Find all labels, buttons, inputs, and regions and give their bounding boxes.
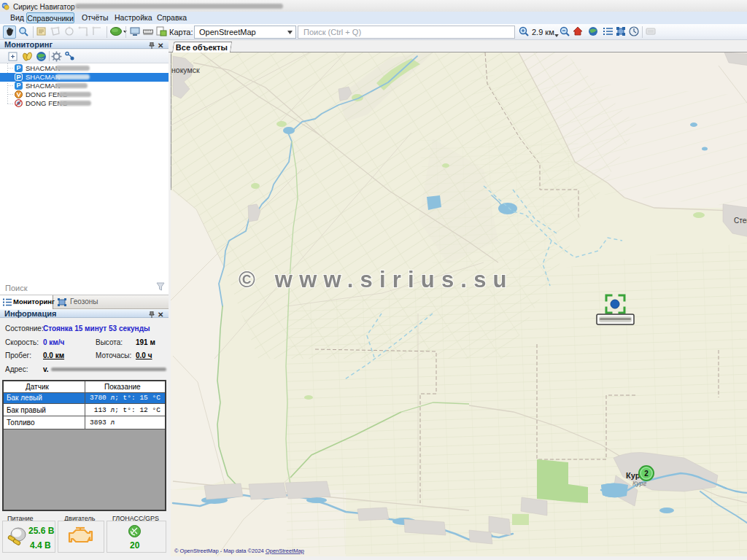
svg-text:Кур: Кур bbox=[626, 471, 640, 480]
svg-text:2: 2 bbox=[644, 470, 649, 478]
svg-text:Степ: Степ bbox=[734, 217, 747, 225]
svg-text:© OpenStreetMap - Map data ©20: © OpenStreetMap - Map data ©2024 OpenStr… bbox=[174, 548, 304, 554]
svg-text:нокумск: нокумск bbox=[171, 66, 200, 74]
svg-text:© www.sirius.su: © www.sirius.su bbox=[239, 267, 514, 292]
